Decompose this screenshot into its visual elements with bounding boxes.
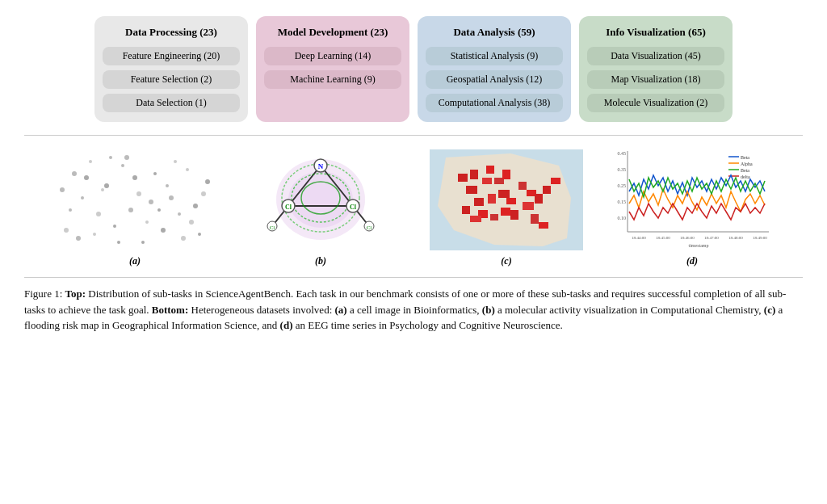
svg-text:0.25: 0.25 bbox=[618, 183, 627, 188]
image-c bbox=[426, 147, 587, 252]
svg-point-35 bbox=[157, 208, 161, 212]
svg-point-24 bbox=[149, 200, 153, 204]
svg-text:Alpha: Alpha bbox=[741, 162, 753, 166]
category-boxes-container: Data Processing (23)Feature Engineering … bbox=[24, 16, 803, 122]
svg-point-30 bbox=[124, 155, 129, 160]
category-sub-item: Computational Analysis (38) bbox=[426, 94, 563, 112]
svg-text:18:48:00: 18:48:00 bbox=[728, 236, 743, 240]
svg-rect-59 bbox=[458, 174, 468, 182]
image-panel-d: 0.45 0.35 0.25 0.15 0.10 18:44:00 18:45:… bbox=[603, 147, 781, 267]
svg-point-21 bbox=[166, 184, 169, 187]
svg-point-4 bbox=[136, 191, 141, 196]
category-sub-item: Deep Learning (14) bbox=[264, 47, 401, 65]
svg-point-7 bbox=[186, 168, 189, 171]
category-sub-item: Data Visualization (45) bbox=[587, 47, 724, 65]
eeg-svg: 0.45 0.35 0.25 0.15 0.10 18:44:00 18:45:… bbox=[611, 147, 773, 252]
category-box-data-processing: Data Processing (23)Feature Engineering … bbox=[94, 16, 248, 122]
top-label: Top: bbox=[65, 288, 86, 300]
svg-point-16 bbox=[64, 228, 69, 233]
svg-point-17 bbox=[198, 233, 201, 236]
svg-point-14 bbox=[161, 228, 166, 233]
map-svg bbox=[430, 149, 583, 250]
category-sub-item: Data Selection (1) bbox=[103, 94, 240, 112]
svg-rect-67 bbox=[488, 194, 496, 204]
svg-text:Cl: Cl bbox=[367, 225, 372, 231]
svg-rect-76 bbox=[490, 214, 498, 220]
svg-point-12 bbox=[128, 208, 133, 212]
svg-point-15 bbox=[178, 212, 181, 216]
bottom-label: Bottom: bbox=[152, 304, 189, 316]
svg-text:timestamp: timestamp bbox=[689, 243, 709, 248]
svg-rect-78 bbox=[462, 206, 470, 214]
svg-rect-83 bbox=[539, 222, 548, 229]
svg-rect-70 bbox=[518, 182, 527, 190]
svg-point-26 bbox=[205, 179, 210, 184]
svg-point-5 bbox=[153, 172, 157, 175]
category-box-model-development: Model Development (23)Deep Learning (14)… bbox=[256, 16, 409, 122]
category-title-data-processing: Data Processing (23) bbox=[125, 26, 217, 39]
category-sub-item: Map Visualization (18) bbox=[587, 70, 724, 89]
svg-point-34 bbox=[201, 191, 206, 196]
category-sub-item: Feature Engineering (20) bbox=[103, 47, 240, 65]
c-label: (c) bbox=[764, 304, 775, 316]
image-a-label: (a) bbox=[129, 255, 141, 267]
bottom-images-section: (a) N Cl bbox=[24, 135, 803, 267]
svg-point-27 bbox=[69, 208, 72, 212]
svg-point-20 bbox=[132, 175, 137, 180]
category-sub-item: Statistical Analysis (9) bbox=[426, 47, 563, 65]
svg-rect-68 bbox=[498, 190, 510, 198]
image-d: 0.45 0.35 0.25 0.15 0.10 18:44:00 18:45:… bbox=[611, 147, 773, 252]
image-a bbox=[54, 147, 216, 252]
b-label: (b) bbox=[482, 304, 495, 316]
svg-point-13 bbox=[145, 220, 149, 224]
svg-text:Cl: Cl bbox=[350, 204, 357, 211]
category-title-data-analysis: Data Analysis (59) bbox=[453, 26, 535, 39]
svg-rect-81 bbox=[551, 178, 560, 184]
scatter-plot-svg bbox=[58, 149, 212, 250]
svg-text:0.10: 0.10 bbox=[618, 216, 627, 220]
svg-point-18 bbox=[76, 236, 81, 241]
image-d-label: (d) bbox=[686, 255, 698, 267]
svg-rect-65 bbox=[502, 170, 510, 179]
svg-point-38 bbox=[288, 171, 353, 228]
category-title-info-visualization: Info Visualization (65) bbox=[606, 26, 706, 39]
svg-point-25 bbox=[93, 233, 96, 236]
svg-point-3 bbox=[121, 164, 124, 167]
a-label: (a) bbox=[335, 304, 347, 316]
category-sub-item: Feature Selection (2) bbox=[103, 70, 240, 89]
svg-rect-62 bbox=[466, 186, 477, 194]
d-text: an EEG time series in Psychology and Cog… bbox=[293, 319, 563, 331]
svg-text:delta: delta bbox=[741, 174, 750, 179]
svg-point-33 bbox=[109, 156, 112, 159]
svg-point-0 bbox=[72, 171, 77, 176]
svg-point-28 bbox=[189, 220, 194, 225]
image-panel-a: (a) bbox=[46, 147, 224, 267]
svg-text:0.15: 0.15 bbox=[618, 200, 627, 204]
svg-point-9 bbox=[81, 196, 84, 200]
svg-rect-73 bbox=[523, 202, 534, 210]
b-text: a molecular activity visualization in Co… bbox=[495, 304, 764, 316]
svg-text:0.45: 0.45 bbox=[618, 151, 627, 156]
svg-rect-74 bbox=[535, 194, 543, 204]
a-text: a cell image in Bioinformatics, bbox=[347, 304, 482, 316]
image-panel-c: (c) bbox=[418, 147, 595, 267]
svg-text:Cl: Cl bbox=[270, 225, 275, 231]
svg-point-36 bbox=[60, 187, 65, 192]
image-c-label: (c) bbox=[501, 255, 511, 267]
svg-point-1 bbox=[89, 160, 92, 163]
svg-rect-72 bbox=[510, 210, 518, 220]
svg-point-2 bbox=[104, 183, 109, 188]
d-label: (d) bbox=[280, 319, 293, 331]
svg-text:N: N bbox=[318, 162, 324, 170]
svg-point-31 bbox=[174, 160, 177, 163]
svg-rect-61 bbox=[482, 178, 492, 184]
svg-point-23 bbox=[117, 241, 120, 244]
svg-point-10 bbox=[96, 212, 101, 216]
category-title-model-development: Model Development (23) bbox=[278, 26, 388, 39]
svg-point-29 bbox=[141, 241, 145, 244]
svg-point-8 bbox=[193, 204, 198, 208]
svg-rect-63 bbox=[486, 166, 494, 174]
svg-text:Beta: Beta bbox=[741, 168, 749, 173]
svg-point-19 bbox=[101, 188, 104, 191]
svg-point-32 bbox=[84, 175, 89, 180]
